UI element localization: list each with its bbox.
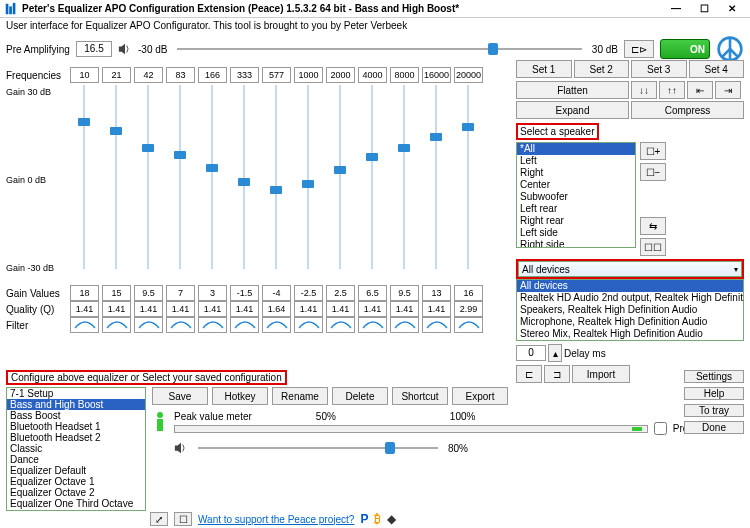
window-icon[interactable]: ☐ — [174, 512, 192, 526]
filter-type-1[interactable] — [102, 317, 131, 333]
speaker-item[interactable]: Left — [517, 155, 635, 167]
compress-button[interactable]: Compress — [631, 101, 744, 119]
set-button-1[interactable]: Set 1 — [516, 60, 572, 78]
freq-input-0[interactable]: 10 — [70, 67, 99, 83]
delay-value[interactable]: 0 — [516, 345, 546, 361]
gain-input-6[interactable]: -4 — [262, 285, 291, 301]
q-input-6[interactable]: 1.64 — [262, 301, 291, 317]
shift-left-icon[interactable]: ⇤ — [687, 81, 713, 99]
q-input-3[interactable]: 1.41 — [166, 301, 195, 317]
speaker-item[interactable]: Right side — [517, 239, 635, 248]
device-item[interactable]: Realtek HD Audio 2nd output, Realtek Hig… — [517, 292, 743, 304]
filter-type-10[interactable] — [390, 317, 419, 333]
help-button[interactable]: Help — [684, 387, 744, 400]
prevent-clipping-checkbox[interactable] — [654, 422, 667, 435]
filter-type-2[interactable] — [134, 317, 163, 333]
config-item[interactable]: Dance — [7, 454, 145, 465]
shift-right-icon[interactable]: ⇥ — [715, 81, 741, 99]
filter-type-0[interactable] — [70, 317, 99, 333]
shortcut-button[interactable]: Shortcut — [392, 387, 448, 405]
device-item[interactable]: Microphone, Realtek High Definition Audi… — [517, 316, 743, 328]
gain-input-12[interactable]: 16 — [454, 285, 483, 301]
device-list[interactable]: All devicesRealtek HD Audio 2nd output, … — [516, 279, 744, 341]
export-button[interactable]: Export — [452, 387, 508, 405]
set-button-4[interactable]: Set 4 — [689, 60, 745, 78]
freq-input-2[interactable]: 42 — [134, 67, 163, 83]
speaker-item[interactable]: Right rear — [517, 215, 635, 227]
preamp-value[interactable]: 16.5 — [76, 41, 112, 57]
device-select[interactable]: All devices ▾ — [518, 261, 742, 277]
band-slider-4[interactable] — [198, 85, 227, 269]
set-button-2[interactable]: Set 2 — [574, 60, 630, 78]
rename-button[interactable]: Rename — [272, 387, 328, 405]
done-button[interactable]: Done — [684, 421, 744, 434]
q-input-0[interactable]: 1.41 — [70, 301, 99, 317]
speaker-swap-icon[interactable]: ⇆ — [640, 217, 666, 235]
gain-input-5[interactable]: -1.5 — [230, 285, 259, 301]
power-toggle[interactable]: ON — [660, 39, 710, 59]
filter-type-8[interactable] — [326, 317, 355, 333]
filter-type-11[interactable] — [422, 317, 451, 333]
config-item[interactable]: Graphic EQ — [7, 509, 145, 511]
freq-input-7[interactable]: 1000 — [294, 67, 323, 83]
device-item[interactable]: Stereo Mix, Realtek High Definition Audi… — [517, 328, 743, 340]
config-item[interactable]: Equalizer Octave 1 — [7, 476, 145, 487]
device-item[interactable]: All devices — [517, 280, 743, 292]
gain-input-11[interactable]: 13 — [422, 285, 451, 301]
q-input-8[interactable]: 1.41 — [326, 301, 355, 317]
freq-input-12[interactable]: 20000 — [454, 67, 483, 83]
band-slider-8[interactable] — [326, 85, 355, 269]
freq-input-4[interactable]: 166 — [198, 67, 227, 83]
gain-input-8[interactable]: 2.5 — [326, 285, 355, 301]
q-input-11[interactable]: 1.41 — [422, 301, 451, 317]
q-input-9[interactable]: 1.41 — [358, 301, 387, 317]
gain-input-1[interactable]: 15 — [102, 285, 131, 301]
freq-input-5[interactable]: 333 — [230, 67, 259, 83]
filter-type-12[interactable] — [454, 317, 483, 333]
speaker-add-icon[interactable]: ☐+ — [640, 142, 666, 160]
band-slider-2[interactable] — [134, 85, 163, 269]
device-item[interactable]: Speakers, Realtek High Definition Audio — [517, 304, 743, 316]
speaker-item[interactable]: Right — [517, 167, 635, 179]
speaker-item[interactable]: Left rear — [517, 203, 635, 215]
freq-input-10[interactable]: 8000 — [390, 67, 419, 83]
filter-type-6[interactable] — [262, 317, 291, 333]
config-item[interactable]: Bass Boost — [7, 410, 145, 421]
q-input-7[interactable]: 1.41 — [294, 301, 323, 317]
delay-stepper[interactable]: ▴ — [548, 344, 562, 362]
settings-button[interactable]: Settings — [684, 370, 744, 383]
q-input-10[interactable]: 1.41 — [390, 301, 419, 317]
shift-down-icon[interactable]: ↓↓ — [631, 81, 657, 99]
freq-input-6[interactable]: 577 — [262, 67, 291, 83]
config-item[interactable]: Classic — [7, 443, 145, 454]
delete-button[interactable]: Delete — [332, 387, 388, 405]
filter-type-3[interactable] — [166, 317, 195, 333]
gain-input-0[interactable]: 18 — [70, 285, 99, 301]
config-item[interactable]: 7-1 Setup — [7, 388, 145, 399]
band-slider-3[interactable] — [166, 85, 195, 269]
preamp-reset-icon[interactable]: ⊏⊳ — [624, 40, 654, 58]
totray-button[interactable]: To tray — [684, 404, 744, 417]
filter-type-5[interactable] — [230, 317, 259, 333]
minimize-button[interactable]: — — [662, 1, 690, 17]
save-button[interactable]: Save — [152, 387, 208, 405]
gain-input-7[interactable]: -2.5 — [294, 285, 323, 301]
hotkey-button[interactable]: Hotkey — [212, 387, 268, 405]
speaker-item[interactable]: Left side — [517, 227, 635, 239]
freq-input-9[interactable]: 4000 — [358, 67, 387, 83]
maximize-button[interactable]: ☐ — [690, 1, 718, 17]
q-input-4[interactable]: 1.41 — [198, 301, 227, 317]
preamp-slider[interactable] — [177, 42, 581, 56]
band-slider-6[interactable] — [262, 85, 291, 269]
freq-input-1[interactable]: 21 — [102, 67, 131, 83]
q-input-1[interactable]: 1.41 — [102, 301, 131, 317]
config-item[interactable]: Equalizer Default — [7, 465, 145, 476]
q-input-5[interactable]: 1.41 — [230, 301, 259, 317]
config-list[interactable]: 7-1 SetupBass and High BoostBass BoostBl… — [6, 387, 146, 511]
q-input-2[interactable]: 1.41 — [134, 301, 163, 317]
gain-input-4[interactable]: 3 — [198, 285, 227, 301]
config-item[interactable]: Bluetooth Headset 1 — [7, 421, 145, 432]
ethereum-icon[interactable]: ◆ — [387, 512, 396, 526]
q-input-12[interactable]: 2.99 — [454, 301, 483, 317]
filter-type-4[interactable] — [198, 317, 227, 333]
